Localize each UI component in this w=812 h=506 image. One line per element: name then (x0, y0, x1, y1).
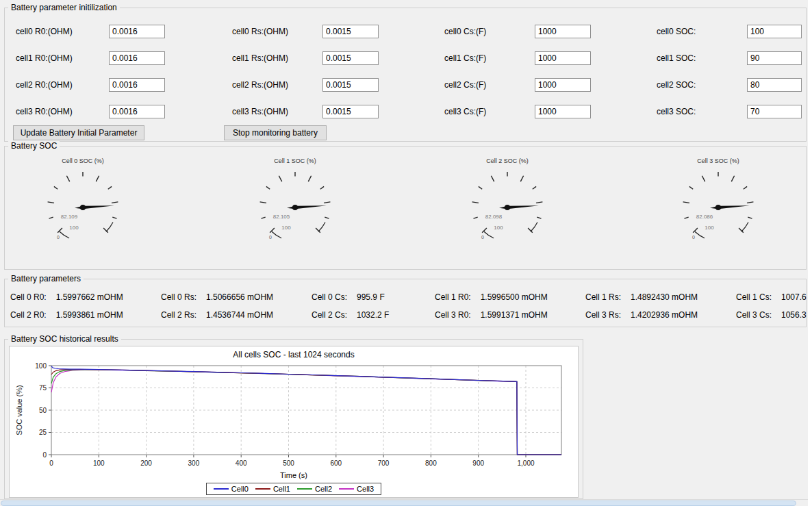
horizontal-scrollbar[interactable] (0, 499, 808, 506)
cell2-cs-label: cell2 Cs:(F) (444, 78, 486, 92)
param-label: Cell 0 Rs: (161, 292, 196, 302)
cell0-r0-input[interactable] (109, 25, 165, 38)
param-label: Cell 3 R0: (435, 310, 471, 320)
gauge-dial: 82.0861000 (674, 166, 763, 250)
param-cell: Cell 1 R0:1.5996500 mOHM (435, 292, 585, 303)
cell1-soc-label: cell1 SOC: (657, 51, 696, 65)
param-value: 1.4536744 mOHM (206, 310, 273, 320)
parameters-row-2: Cell 2 R0:1.5993861 mOHM Cell 2 Rs:1.453… (10, 309, 812, 320)
param-value: 1.5996500 mOHM (481, 292, 548, 302)
cell3-cs-input[interactable] (535, 105, 591, 118)
param-cell: Cell 3 Cs:1056.3 F (736, 309, 812, 320)
cell0-cs-input[interactable] (535, 25, 591, 38)
gauge-dial: 82.1091000 (38, 166, 127, 250)
cell2-rs-input[interactable] (322, 78, 379, 92)
chart-legend-wrap: Cell0Cell1Cell2Cell3 (10, 482, 578, 495)
gauge-cell1: Cell 1 SOC (%) 82.1051000 (240, 157, 350, 252)
param-value: 1.4892430 mOHM (631, 292, 698, 302)
param-cell: Cell 0 Rs:1.5066656 mOHM (161, 292, 312, 303)
svg-text:300: 300 (188, 459, 200, 467)
legend-label: Cell3 (357, 485, 374, 493)
cell2-soc-input[interactable] (747, 78, 802, 92)
battery-soc-historical-results-group: Battery SOC historical results All cells… (4, 339, 583, 499)
cell0-soc-input[interactable] (747, 25, 802, 38)
cell1-cs-input[interactable] (535, 51, 591, 65)
group-title: Battery parameters (8, 274, 84, 283)
gauge-min-label: 0 (57, 235, 60, 240)
gauge-value: 82.105 (273, 214, 290, 220)
param-cell: Cell 0 Cs:995.9 F (312, 292, 435, 303)
gauge-min-label: 0 (269, 235, 272, 240)
soc-history-chart: All cells SOC - last 1024 seconds 010020… (9, 346, 579, 498)
param-label: Cell 3 Cs: (736, 310, 772, 320)
cell2-r0-label: cell2 R0:(OHM) (16, 78, 73, 92)
gauge-value: 82.098 (485, 214, 503, 220)
param-label: Cell 1 R0: (435, 292, 471, 302)
cell1-rs-input[interactable] (322, 51, 379, 65)
battery-soc-group: Battery SOC Cell 0 SOC (%) 82.1091000 Ce… (4, 146, 807, 270)
cell2-soc-label: cell2 SOC: (657, 78, 696, 92)
update-battery-initial-parameter-button[interactable]: Update Battery Initial Parameter (13, 125, 144, 140)
cell1-soc-input[interactable] (747, 51, 802, 65)
cell3-r0-input[interactable] (109, 105, 165, 118)
param-label: Cell 2 R0: (10, 310, 47, 320)
svg-text:100: 100 (35, 362, 47, 370)
cell0-rs-label: cell0 Rs:(OHM) (232, 25, 288, 38)
gauge-value: 82.086 (696, 214, 713, 220)
cell0-soc-label: cell0 SOC: (657, 25, 696, 38)
param-cell: Cell 2 Rs:1.4536744 mOHM (161, 309, 312, 320)
param-label: Cell 2 Rs: (161, 310, 196, 320)
cell3-rs-label: cell3 Rs:(OHM) (232, 105, 288, 118)
svg-text:1,000: 1,000 (517, 459, 534, 467)
cell0-rs-input[interactable] (322, 25, 379, 38)
svg-text:900: 900 (472, 459, 484, 467)
param-label: Cell 0 Cs: (312, 292, 347, 302)
svg-text:800: 800 (425, 459, 437, 467)
svg-text:0: 0 (49, 459, 53, 467)
svg-text:50: 50 (39, 407, 47, 414)
cell1-r0-input[interactable] (109, 51, 165, 65)
param-value: 1.5993861 mOHM (56, 310, 123, 320)
param-label: Cell 1 Cs: (736, 292, 772, 302)
group-title: Battery parameter initilization (8, 3, 120, 12)
gauge-max-label: 100 (494, 225, 503, 231)
legend-line-swatch (339, 488, 354, 490)
param-label: Cell 0 R0: (10, 292, 47, 302)
cell3-soc-input[interactable] (747, 105, 802, 118)
param-cell: Cell 2 R0:1.5993861 mOHM (10, 309, 161, 320)
group-title: Battery SOC historical results (8, 334, 121, 344)
gauge-hub (715, 205, 721, 210)
legend-line-swatch (214, 488, 229, 490)
svg-text:700: 700 (378, 459, 390, 467)
chart-title: All cells SOC - last 1024 seconds (10, 346, 578, 360)
gauge-min-label: 0 (692, 235, 695, 240)
stop-monitoring-battery-button[interactable]: Stop monitoring battery (224, 125, 327, 140)
param-cell: Cell 1 Rs:1.4892430 mOHM (585, 292, 736, 303)
svg-text:200: 200 (140, 459, 152, 467)
cell3-rs-input[interactable] (322, 105, 379, 118)
gauge-title: Cell 3 SOC (%) (663, 157, 773, 164)
cell2-r0-input[interactable] (109, 78, 165, 92)
param-label: Cell 3 Rs: (585, 310, 621, 320)
cell1-cs-label: cell1 Cs:(F) (444, 51, 486, 65)
svg-text:400: 400 (236, 459, 247, 467)
chart-plot: 01002003004005006007008009001,0000255075… (14, 360, 575, 471)
legend-label: Cell2 (315, 485, 332, 493)
cell2-cs-input[interactable] (535, 78, 591, 92)
param-value: 1.5997662 mOHM (56, 292, 123, 302)
svg-text:0: 0 (42, 451, 47, 459)
horizontal-scrollbar-thumb[interactable] (1, 501, 796, 506)
param-cell: Cell 0 R0:1.5997662 mOHM (10, 292, 161, 303)
legend-label: Cell1 (273, 485, 290, 493)
gauge-cell2: Cell 2 SOC (%) 82.0981000 (453, 157, 562, 252)
param-value: 995.9 F (357, 292, 385, 302)
gauge-max-label: 100 (281, 225, 291, 231)
cell1-r0-label: cell1 R0:(OHM) (16, 51, 73, 65)
legend-item: Cell1 (255, 485, 290, 493)
param-cell: Cell 3 R0:1.5991371 mOHM (435, 309, 585, 320)
group-title: Battery SOC (8, 141, 60, 151)
parameters-row-1: Cell 0 R0:1.5997662 mOHM Cell 0 Rs:1.506… (10, 292, 812, 303)
gauge-min-label: 0 (481, 235, 484, 240)
legend-line-swatch (297, 488, 312, 490)
x-axis-label: Time (s) (10, 471, 578, 481)
